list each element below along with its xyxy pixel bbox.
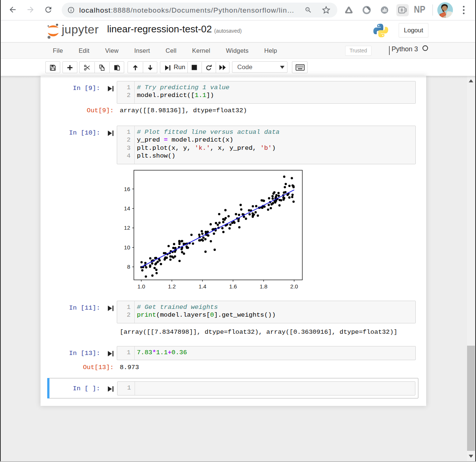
- svg-text:10: 10: [124, 244, 130, 251]
- svg-text:1.0: 1.0: [138, 283, 145, 290]
- svg-text:12: 12: [124, 224, 130, 231]
- svg-text:14: 14: [124, 205, 130, 211]
- svg-text:8: 8: [127, 264, 130, 270]
- svg-text:1.4: 1.4: [199, 283, 206, 290]
- svg-text:16: 16: [124, 186, 130, 192]
- svg-text:1.6: 1.6: [229, 283, 237, 290]
- svg-text:2.0: 2.0: [290, 283, 298, 290]
- svg-text:1.2: 1.2: [168, 283, 176, 290]
- svg-text:1.8: 1.8: [260, 283, 267, 290]
